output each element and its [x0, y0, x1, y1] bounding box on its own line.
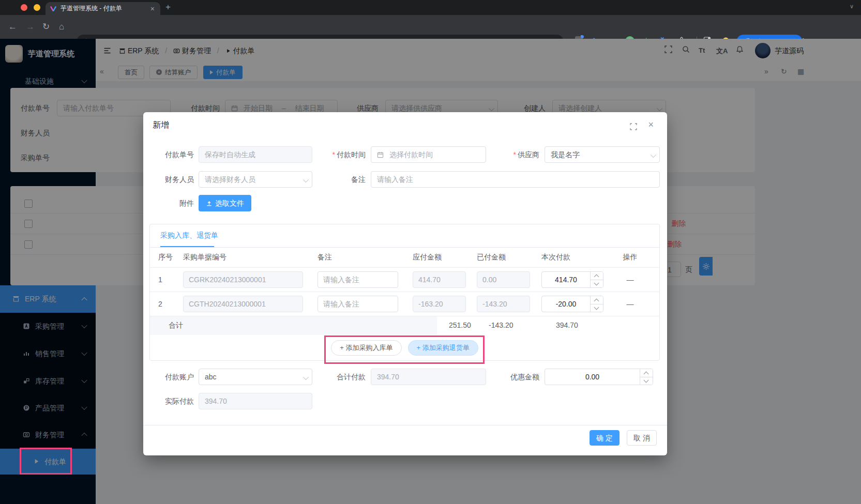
attachment-label: 附件: [147, 195, 194, 211]
new-payment-dialog: 新增 × 付款单号 保存时自动生成 *付款时间 选择付款时间 *供应商 我是名字…: [143, 112, 667, 455]
stepper-up-icon[interactable]: [591, 296, 603, 304]
table-row: 1 CGRK20240213000001 请输入备注 414.70 0.00 4…: [150, 268, 659, 292]
dialog-title: 新增: [153, 120, 169, 131]
row-remark-input[interactable]: 请输入备注: [318, 271, 398, 288]
row-remark-input[interactable]: 请输入备注: [318, 296, 398, 312]
select-file-button[interactable]: 选取文件: [199, 195, 251, 211]
summary-paid: -143.20: [489, 321, 513, 329]
dialog-close-icon[interactable]: ×: [648, 119, 654, 130]
tab-title: 芋道管理系统 - 付款单: [61, 4, 149, 13]
doc-code-input[interactable]: CGRK20240213000001: [183, 271, 303, 288]
payment-time-input[interactable]: 选择付款时间: [371, 146, 486, 163]
reload-icon[interactable]: ↻: [42, 21, 50, 33]
browser-tab-strip: 芋道管理系统 - 付款单 × + ∨: [0, 0, 861, 15]
actual-payment-label: 实际付款: [147, 393, 194, 409]
current-payment-stepper[interactable]: 414.70: [541, 271, 603, 288]
payment-time-label: *付款时间: [319, 146, 366, 163]
upload-icon: [206, 200, 213, 207]
supplier-label: *供应商: [493, 146, 539, 163]
paid-input[interactable]: -143.20: [477, 296, 530, 312]
favicon-icon: [50, 5, 57, 12]
tab-close-icon[interactable]: ×: [149, 5, 156, 13]
table-header-row: 序号 采购单据编号 备注 应付金额 已付金额 本次付款 操作: [150, 248, 659, 268]
summary-label: 合计: [169, 321, 183, 330]
window-close-button[interactable]: [21, 4, 27, 11]
stepper-down-icon[interactable]: [591, 280, 603, 288]
payment-no-label: 付款单号: [147, 146, 194, 163]
window-minimize-button[interactable]: [34, 4, 40, 11]
active-tab-underline: [160, 246, 214, 247]
payment-no-input[interactable]: 保存时自动生成: [199, 146, 312, 163]
summary-row: 合计 251.50 -143.20 394.70: [150, 316, 659, 335]
calendar-icon: [377, 151, 384, 158]
summary-current: 394.70: [556, 321, 578, 329]
stepper-down-icon[interactable]: [640, 377, 653, 385]
summary-label-bg: [150, 316, 437, 335]
dialog-fullscreen-icon[interactable]: [630, 123, 637, 130]
remark-label: 备注: [319, 171, 366, 188]
screen: 芋道管理系统 - 付款单 × + ∨ ← → ↻ ⌂ 127.0.0.1/erp…: [0, 0, 861, 504]
row-op-dash: —: [619, 300, 641, 308]
browser-tab[interactable]: 芋道管理系统 - 付款单 ×: [46, 2, 160, 15]
doc-code-input[interactable]: CGTH20240213000001: [183, 296, 303, 312]
current-payment-stepper[interactable]: -20.00: [541, 296, 603, 312]
supplier-select[interactable]: 我是名字: [545, 146, 660, 163]
card-tabs: 采购入库、退货单: [150, 224, 659, 248]
table-row: 2 CGTH20240213000001 请输入备注 -163.20 -143.…: [150, 292, 659, 316]
discount-stepper[interactable]: 0.00: [545, 369, 653, 385]
payment-account-select[interactable]: abc: [199, 369, 312, 385]
chevron-down-icon: [651, 152, 656, 158]
payable-input[interactable]: -163.20: [413, 296, 466, 312]
confirm-button[interactable]: 确 定: [590, 430, 620, 446]
tab-purchase-in-return[interactable]: 采购入库、退货单: [160, 231, 218, 240]
remark-input[interactable]: 请输入备注: [371, 171, 660, 188]
finance-staff-label: 财务人员: [147, 171, 194, 188]
chevron-down-icon: [303, 177, 309, 182]
cancel-button[interactable]: 取 消: [627, 430, 657, 446]
discount-label: 优惠金额: [493, 369, 539, 385]
forward-icon[interactable]: →: [26, 21, 35, 33]
row-op-dash: —: [619, 276, 641, 284]
actual-payment-input[interactable]: 394.70: [199, 393, 312, 409]
footer-divider: [143, 425, 667, 425]
tab-search-icon[interactable]: ∨: [850, 3, 854, 10]
payable-input[interactable]: 414.70: [413, 271, 466, 288]
stepper-up-icon[interactable]: [591, 272, 603, 280]
total-payment-label: 合计付款: [319, 369, 366, 385]
annotation-box-sidebar-payment: [20, 448, 72, 475]
back-icon[interactable]: ←: [8, 21, 17, 33]
annotation-box-add-buttons: [324, 335, 485, 364]
payment-account-label: 付款账户: [147, 369, 194, 385]
browser-toolbar: ← → ↻ ⌂ 127.0.0.1/erp/finance/payment ☆ …: [0, 15, 861, 39]
stepper-up-icon[interactable]: [640, 369, 653, 377]
new-tab-button[interactable]: +: [165, 2, 171, 12]
paid-input[interactable]: 0.00: [477, 271, 530, 288]
finance-staff-select[interactable]: 请选择财务人员: [199, 171, 312, 188]
chevron-down-icon: [303, 374, 309, 380]
total-payment-input[interactable]: 394.70: [371, 369, 486, 385]
stepper-down-icon[interactable]: [591, 304, 603, 312]
summary-payable: 251.50: [449, 321, 471, 329]
home-icon[interactable]: ⌂: [59, 21, 64, 33]
